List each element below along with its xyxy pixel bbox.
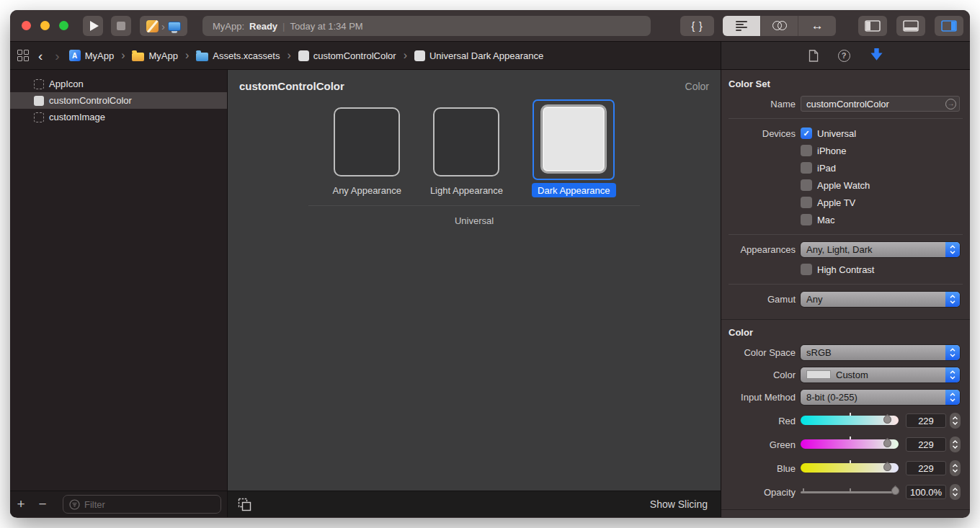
breadcrumb-color-set[interactable]: customControlColor: [298, 50, 396, 61]
app-scheme-icon: [146, 20, 159, 32]
quick-help-tab[interactable]: ?: [838, 50, 850, 62]
minimize-window-button[interactable]: [40, 21, 50, 30]
green-stepper[interactable]: [950, 437, 961, 452]
show-slicing-button[interactable]: Show Slicing: [650, 498, 708, 510]
color-space-popup[interactable]: sRGB: [801, 345, 960, 360]
dark-appearance-swatch[interactable]: [540, 104, 607, 174]
color-popup[interactable]: Custom: [801, 367, 960, 382]
asset-row-customimage[interactable]: customImage: [10, 109, 227, 125]
asset-row-customcontrolcolor[interactable]: customControlColor: [10, 92, 227, 109]
blue-stepper[interactable]: [950, 460, 961, 476]
checkbox-label: Apple TV: [817, 197, 855, 208]
inspector-tab-bar: ?: [721, 42, 970, 69]
run-button[interactable]: [83, 16, 103, 36]
blue-value-field[interactable]: 229: [906, 461, 946, 475]
go-forward-button[interactable]: ›: [52, 49, 62, 63]
stop-button[interactable]: [111, 16, 131, 36]
popup-chevrons-icon: [945, 367, 960, 382]
divider: [729, 234, 963, 235]
color-set-editor: customControlColor Color Any Appearance …: [228, 70, 721, 517]
related-items-icon[interactable]: [17, 50, 29, 61]
blue-slider-row: Blue 229: [721, 460, 970, 477]
remove-asset-button[interactable]: −: [32, 496, 53, 512]
high-contrast-checkbox[interactable]: [801, 264, 812, 275]
idiom-group-label: Universal: [228, 215, 721, 226]
asset-label: customImage: [49, 112, 105, 122]
toggle-debug-area-button[interactable]: [896, 16, 925, 36]
popup-value: Any, Light, Dark: [806, 244, 873, 255]
desktop: › MyApp: Ready | Today at 1:34 PM { }: [0, 0, 980, 528]
jump-bar: ‹ › A MyApp › MyApp › Assets.xcassets ›: [10, 42, 970, 70]
light-appearance-swatch[interactable]: [433, 107, 499, 176]
breadcrumb-project[interactable]: A MyApp: [69, 50, 114, 61]
color-space-label: Color Space: [721, 347, 801, 358]
ipad-checkbox[interactable]: [801, 162, 812, 174]
asset-catalog-icon: [196, 53, 208, 61]
right-panel-icon: [941, 20, 957, 32]
standard-editor-button[interactable]: [723, 16, 761, 36]
light-appearance-cell: Light Appearance: [430, 107, 503, 197]
scheme-selector[interactable]: ›: [140, 16, 187, 36]
blue-slider[interactable]: [801, 462, 899, 474]
slicing-icon[interactable]: [238, 498, 251, 511]
chevron-right-icon: ›: [161, 20, 165, 32]
red-stepper[interactable]: [950, 413, 961, 429]
file-inspector-tab[interactable]: [808, 50, 819, 62]
midpoint-tick: [850, 413, 851, 416]
filter-input[interactable]: Filter: [63, 495, 221, 514]
editor-title-row: customControlColor Color: [228, 70, 721, 92]
navigate-arrow-icon[interactable]: →: [945, 99, 956, 109]
toggle-inspector-button[interactable]: [935, 16, 963, 36]
breadcrumb-group[interactable]: MyApp: [132, 50, 177, 61]
apple-watch-checkbox[interactable]: [801, 179, 812, 191]
opacity-label: Opacity: [721, 487, 801, 498]
sidebar-bottom-bar: + − Filter: [10, 491, 227, 517]
checkbox-label: Universal: [817, 128, 856, 139]
overlapping-circles-icon: [772, 21, 787, 31]
blue-down-arrow-icon: [870, 48, 883, 61]
opacity-slider-thumb[interactable]: [890, 486, 901, 497]
red-slider-row: Red 229: [721, 412, 970, 429]
iphone-checkbox[interactable]: [801, 145, 812, 156]
red-slider[interactable]: [801, 415, 899, 426]
opacity-stepper[interactable]: [950, 484, 961, 500]
appearance-swatches: Any Appearance Light Appearance Dark App…: [228, 99, 721, 197]
folder-icon: [132, 53, 144, 61]
opacity-slider[interactable]: [801, 486, 899, 498]
go-back-button[interactable]: ‹: [35, 49, 45, 63]
input-method-popup[interactable]: 8-bit (0-255): [801, 390, 960, 405]
color-row: Color Custom: [721, 366, 970, 383]
asset-label: AppIcon: [49, 79, 84, 89]
toggle-navigator-button[interactable]: [858, 16, 887, 36]
version-editor-button[interactable]: ↔: [798, 16, 836, 36]
any-appearance-swatch[interactable]: [334, 107, 400, 176]
apple-tv-checkbox[interactable]: [801, 197, 812, 208]
attributes-inspector-tab[interactable]: [870, 48, 883, 63]
appearances-popup[interactable]: Any, Light, Dark: [801, 242, 960, 257]
add-asset-button[interactable]: +: [10, 496, 32, 512]
zoom-window-button[interactable]: [59, 21, 68, 30]
universal-checkbox[interactable]: ✓: [801, 127, 812, 139]
close-window-button[interactable]: [22, 21, 31, 30]
breadcrumb-label: MyApp: [148, 50, 177, 61]
panel-toggles: [858, 16, 963, 36]
green-value-field[interactable]: 229: [906, 437, 946, 452]
breadcrumb-label: Universal Dark Appearance: [429, 50, 543, 61]
device-row-iphone: iPhone: [721, 142, 970, 159]
mac-checkbox[interactable]: [801, 214, 812, 225]
name-input[interactable]: customControlColor →: [801, 96, 960, 112]
assistant-editor-button[interactable]: [761, 16, 799, 36]
green-slider[interactable]: [801, 439, 899, 450]
breadcrumb-asset-catalog[interactable]: Assets.xcassets: [196, 50, 280, 61]
gamut-popup[interactable]: Any: [801, 292, 960, 307]
appearances-label: Appearances: [721, 244, 801, 255]
opacity-value-field[interactable]: 100.0%: [906, 485, 946, 499]
library-button[interactable]: { }: [680, 16, 714, 36]
green-label: Green: [721, 439, 801, 450]
gamut-row: Gamut Any: [721, 290, 970, 308]
red-value-field[interactable]: 229: [906, 413, 946, 428]
high-contrast-row: High Contrast: [721, 261, 970, 278]
breadcrumb-variant[interactable]: Universal Dark Appearance: [414, 50, 543, 61]
popup-chevrons-icon: [945, 292, 960, 307]
asset-row-appicon[interactable]: AppIcon: [10, 76, 227, 92]
